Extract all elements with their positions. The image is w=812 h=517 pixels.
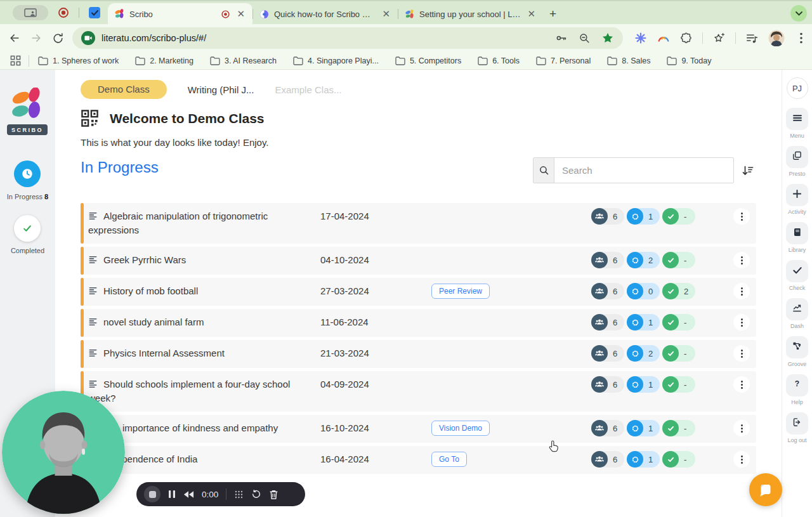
row-action-button[interactable]: Peer Review (431, 284, 490, 299)
password-key-icon[interactable] (555, 32, 568, 44)
stop-recording-button[interactable] (144, 486, 160, 502)
reload-button[interactable] (47, 27, 69, 49)
row-badges: 6 2 - (591, 345, 695, 362)
tab-title: Quick how-to for Scribo Conn (274, 10, 376, 19)
assignment-row[interactable]: Should schools implement a four-day scho… (81, 371, 756, 412)
browser-menu-button[interactable] (794, 27, 808, 49)
apps-grid-icon[interactable] (10, 55, 21, 66)
pause-button[interactable] (168, 490, 176, 499)
favorites-sparkle-star-icon[interactable] (712, 32, 726, 45)
bookmark-folder[interactable]: 2. Marketing (135, 56, 193, 65)
bookmark-folder[interactable]: 6. Tools (478, 56, 520, 65)
row-menu-button[interactable] (733, 345, 750, 362)
sort-button[interactable] (740, 163, 756, 178)
tab-setting-up-school[interactable]: Setting up your school | Liter ✕ (398, 3, 543, 25)
rail-button-help[interactable]: ? (786, 374, 808, 396)
assignment-row[interactable]: Independence of India 16-04-2024 Go To 6… (81, 446, 756, 474)
extensions-puzzle-icon[interactable] (680, 32, 693, 44)
tab-quick-how-to[interactable]: Quick how-to for Scribo Conn ✕ (253, 3, 398, 25)
rail-button-activity[interactable] (786, 184, 808, 206)
row-menu-button[interactable] (733, 252, 750, 268)
folder-icon (38, 56, 48, 65)
chat-widget-button[interactable] (749, 473, 782, 506)
assignment-row[interactable]: Greek Pyrrhic Wars 04-10-2024 6 2 - (81, 247, 756, 275)
drag-handle-icon[interactable] (234, 490, 244, 499)
recording-time: 0:00 (202, 490, 218, 499)
user-avatar[interactable]: PJ (787, 77, 808, 99)
bookmark-folder[interactable]: 3. AI Research (210, 56, 277, 65)
row-badges: 6 0 2 (591, 283, 695, 299)
tab-close-icon[interactable]: ✕ (381, 8, 391, 20)
url-text[interactable]: literatu.com/scribo-plus/#/ (102, 33, 550, 43)
bookmark-label: 1. Spheres of work (53, 56, 119, 65)
tab-close-icon[interactable]: ✕ (235, 8, 246, 20)
record-indicator-icon[interactable] (58, 7, 69, 18)
rail-button-dash[interactable] (786, 298, 808, 320)
row-action-button[interactable]: Vision Demo (431, 421, 490, 436)
tab-list-chevron-button[interactable] (790, 5, 807, 22)
bookmark-folder[interactable]: 8. Sales (607, 56, 650, 65)
bookmark-folder[interactable]: 1. Spheres of work (38, 56, 119, 65)
assignment-row[interactable]: The importance of kindness and empathy 1… (81, 415, 756, 443)
rail-button-library[interactable] (786, 222, 808, 244)
bookmark-star-icon[interactable] (601, 32, 614, 44)
extension-asterisk-icon[interactable] (634, 32, 647, 44)
rewind-button[interactable] (183, 490, 194, 499)
folder-icon (210, 56, 220, 65)
book-icon (792, 227, 802, 240)
bookmark-folder[interactable]: 9. Today (667, 56, 711, 65)
search-input[interactable] (554, 158, 733, 183)
assignment-row[interactable]: History of mob football 27-03-2024 Peer … (81, 278, 756, 306)
extension-arc-icon[interactable] (657, 32, 671, 44)
completed-count-badge: - (662, 314, 695, 330)
profile-avatar[interactable] (768, 30, 785, 46)
screen-share-icon (24, 8, 37, 17)
webcam-overlay[interactable] (2, 391, 125, 514)
address-bar[interactable]: literatu.com/scribo-plus/#/ (72, 27, 623, 49)
back-button[interactable] (4, 27, 25, 49)
zoom-icon[interactable] (579, 32, 591, 44)
row-action-button[interactable]: Go To (431, 452, 467, 467)
search-box (533, 157, 734, 183)
delete-recording-button[interactable] (269, 489, 278, 500)
restart-recording-button[interactable] (251, 489, 261, 499)
row-menu-button[interactable] (733, 283, 750, 299)
rail-button-menu[interactable] (786, 108, 808, 130)
in-progress-count-badge: 2 (627, 252, 660, 268)
in-progress-count-badge: 0 (627, 283, 660, 299)
tab-close-icon[interactable]: ✕ (526, 8, 537, 20)
class-tab-demo-class[interactable]: Demo Class (81, 80, 167, 99)
tab-scribo[interactable]: Scribo ✕ (108, 3, 252, 25)
row-menu-button[interactable] (733, 208, 750, 225)
in-progress-nav-button[interactable] (14, 160, 41, 187)
check-icon (662, 420, 679, 436)
class-tab-example[interactable]: Example Clas... (275, 84, 341, 95)
tab-favicon (259, 10, 269, 19)
bookmark-folder[interactable]: 7. Personal (536, 56, 591, 65)
completed-nav-label: Completed (0, 247, 55, 254)
assignment-row[interactable]: Algebraic manipulation of trigonometric … (81, 203, 756, 244)
row-menu-button[interactable] (733, 314, 750, 330)
assignment-row[interactable]: novel study animal farm 11-06-2024 6 1 - (81, 309, 756, 337)
tab-search-button[interactable] (13, 5, 48, 20)
forward-button[interactable] (25, 27, 47, 49)
row-menu-button[interactable] (733, 451, 750, 468)
bookmark-folder[interactable]: 4. Singapore Playi... (293, 56, 379, 65)
people-icon (591, 252, 608, 268)
completed-nav-button[interactable] (14, 215, 41, 242)
rail-button-presto[interactable] (786, 146, 808, 168)
progress-dotted-icon (627, 451, 643, 468)
new-tab-button[interactable]: + (549, 7, 556, 21)
rail-button-groove[interactable] (786, 336, 808, 358)
class-tab-writing[interactable]: Writing (Phil J... (188, 84, 254, 95)
assignment-row[interactable]: Physics Internal Assessment 21-03-2024 6… (81, 340, 756, 368)
rail-button-check[interactable] (786, 260, 808, 282)
rail-button-log-out[interactable] (786, 412, 808, 435)
extension-app-icon[interactable] (89, 7, 100, 18)
row-menu-button[interactable] (733, 376, 750, 393)
bookmark-folder[interactable]: 5. Competitors (395, 56, 461, 65)
site-camera-badge-icon[interactable] (81, 31, 95, 45)
media-playlist-icon[interactable] (745, 32, 759, 44)
row-menu-button[interactable] (733, 420, 750, 436)
assignment-title: Greek Pyrrhic Wars (81, 247, 304, 275)
